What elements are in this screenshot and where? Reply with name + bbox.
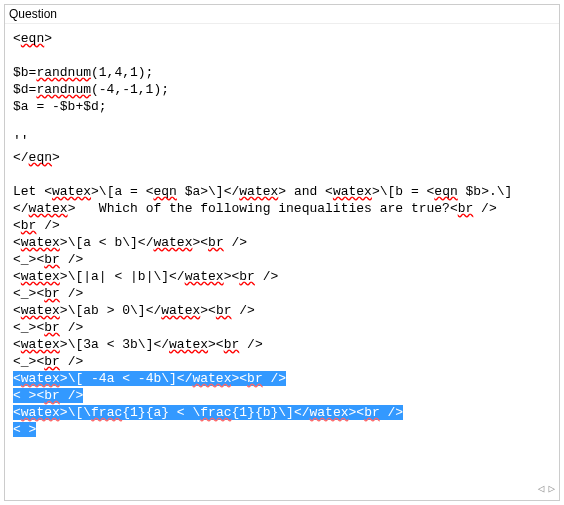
code-line: $b=randnum(1,4,1); [13,64,551,81]
code-line: <watex>\[|a| < |b|\]</watex><br /> [13,268,551,285]
code-line: Let <watex>\[a = <eqn $a>\]</watex> and … [13,183,551,200]
nav-next-icon[interactable]: ▷ [548,481,555,498]
nav-prev-icon[interactable]: ◁ [538,481,545,498]
code-line [13,47,551,64]
code-line: <watex>\[ -4a < -4b\]</watex><br /> [13,370,551,387]
code-line: < ><br /> [13,387,551,404]
code-line: </eqn> [13,149,551,166]
code-line: < > [13,421,551,438]
code-line: <watex>\[a < b\]</watex><br /> [13,234,551,251]
code-line: <watex>\[\frac{1}{a} < \frac{1}{b}\]</wa… [13,404,551,421]
code-line: <_><br /> [13,285,551,302]
code-line: $a = -$b+$d; [13,98,551,115]
code-line [13,166,551,183]
code-line: <eqn> [13,30,551,47]
code-line: <_><br /> [13,319,551,336]
code-line: <_><br /> [13,251,551,268]
code-line [13,115,551,132]
code-line: </watex> Which of the following inequali… [13,200,551,217]
code-line: $d=randnum(-4,-1,1); [13,81,551,98]
resize-handle-icon[interactable] [541,468,555,482]
code-editor[interactable]: <eqn> $b=randnum(1,4,1);$d=randnum(-4,-1… [5,24,559,500]
code-line: <br /> [13,217,551,234]
code-line: <_><br /> [13,353,551,370]
code-line: <watex>\[ab > 0\]</watex><br /> [13,302,551,319]
panel-header: Question [5,5,559,24]
code-line: <watex>\[3a < 3b\]</watex><br /> [13,336,551,353]
code-line: '' [13,132,551,149]
nav-arrows: ◁ ▷ [538,481,555,498]
panel-title: Question [9,7,57,21]
question-panel: Question <eqn> $b=randnum(1,4,1);$d=rand… [4,4,560,501]
